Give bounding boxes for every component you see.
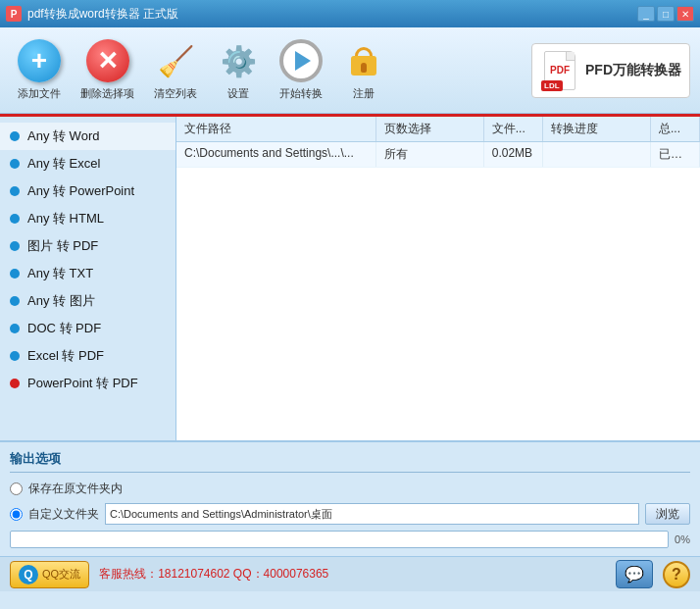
col-header-size: 文件...: [484, 117, 543, 141]
output-section: 输出选项 保存在原文件夹内 自定义文件夹 浏览 0%: [0, 440, 700, 556]
pdf-logo-area: PDF LDL PFD万能转换器: [531, 43, 690, 98]
col-header-progress: 转换进度: [543, 117, 651, 141]
table-header: 文件路径 页数选择 文件... 转换进度 总...: [176, 117, 700, 142]
sidebar-item-label: Any 转 HTML: [27, 210, 104, 228]
qq-icon: Q: [19, 565, 38, 584]
radio-custom[interactable]: [10, 508, 23, 521]
table-row[interactable]: C:\Documents and Settings\...\... 所有 0.0…: [176, 142, 700, 168]
radio-row-1: 保存在原文件夹内: [10, 481, 690, 497]
delete-circle-icon: ✕: [86, 39, 129, 82]
sidebar-item-img-pdf[interactable]: 图片 转 PDF: [0, 232, 175, 260]
output-options: 保存在原文件夹内 自定义文件夹 浏览: [10, 481, 690, 525]
progress-bar: [10, 531, 669, 548]
delete-label: 删除选择项: [80, 86, 134, 101]
sidebar-item-txt[interactable]: Any 转 TXT: [0, 260, 175, 287]
settings-label: 设置: [227, 86, 249, 101]
dot-icon: [10, 159, 20, 169]
start-button[interactable]: 开始转换: [272, 35, 330, 105]
settings-icon: ⚙️: [217, 39, 260, 82]
dot-icon: [10, 241, 20, 251]
register-label: 注册: [353, 86, 375, 101]
pdf-icon: PDF LDL: [540, 48, 579, 93]
lock-body: [351, 56, 376, 76]
dot-icon: [10, 351, 20, 361]
sidebar-item-ppt[interactable]: Any 转 PowerPoint: [0, 178, 175, 205]
bottom-bar: Q QQ交流 客服热线：18121074602 QQ：4000076365 💬 …: [0, 556, 700, 591]
radio-original-label[interactable]: 保存在原文件夹内: [28, 481, 123, 497]
broom-icon: 🧹: [154, 39, 197, 82]
sidebar-item-label: Any 转 TXT: [27, 265, 93, 282]
dot-icon: [10, 296, 20, 306]
progress-area: 0%: [10, 531, 690, 548]
sidebar-item-word[interactable]: Any 转 Word: [0, 123, 175, 150]
add-circle-icon: +: [18, 39, 61, 82]
radio-row-2: 自定义文件夹 浏览: [10, 503, 690, 525]
col-header-path: 文件路径: [176, 117, 376, 141]
sidebar-item-label: Any 转 Word: [27, 127, 99, 145]
clear-label: 清空列表: [154, 86, 197, 101]
output-title: 输出选项: [10, 450, 690, 473]
sidebar-item-label: 图片 转 PDF: [27, 237, 98, 255]
pdf-badge: LDL: [541, 80, 563, 91]
add-file-button[interactable]: + 添加文件: [10, 35, 69, 105]
settings-button[interactable]: ⚙️ 设置: [209, 35, 268, 105]
path-input[interactable]: [105, 503, 639, 525]
toolbar: + 添加文件 ✕ 删除选择项 🧹 清空列表 ⚙️ 设置 开始转换: [0, 27, 700, 114]
sidebar-item-label: Any 转 PowerPoint: [27, 182, 134, 200]
cell-total: 已加密: [651, 142, 700, 167]
help-button[interactable]: ?: [663, 561, 690, 588]
title-bar: P pdf转换成word转换器 正式版 _ □ ✕: [0, 0, 700, 27]
dot-icon: [10, 379, 20, 388]
sidebar-item-img[interactable]: Any 转 图片: [0, 287, 175, 315]
radio-custom-label[interactable]: 自定义文件夹: [28, 506, 99, 523]
dot-icon: [10, 214, 20, 224]
lock-keyhole: [361, 63, 367, 73]
cell-path: C:\Documents and Settings\...\...: [176, 142, 376, 167]
start-label: 开始转换: [279, 86, 323, 101]
lock-shape: [351, 47, 376, 76]
add-icon: +: [18, 39, 61, 82]
close-button[interactable]: ✕: [676, 6, 694, 22]
qq-button[interactable]: Q QQ交流: [10, 561, 89, 588]
sidebar-item-label: Excel 转 PDF: [27, 347, 104, 365]
progress-label: 0%: [675, 533, 690, 545]
radio-original[interactable]: [10, 482, 23, 495]
minimize-button[interactable]: _: [637, 6, 655, 22]
play-circle-icon: [279, 39, 323, 82]
app-icon: P: [6, 6, 22, 22]
file-area: 文件路径 页数选择 文件... 转换进度 总... C:\Documents a…: [176, 117, 700, 440]
sidebar-item-label: DOC 转 PDF: [27, 320, 101, 337]
path-row: 浏览: [105, 503, 690, 525]
maximize-button[interactable]: □: [657, 6, 675, 22]
clear-button[interactable]: 🧹 清空列表: [146, 35, 205, 105]
add-file-label: 添加文件: [18, 86, 61, 101]
sidebar-item-label: Any 转 图片: [27, 292, 95, 310]
main-area: Any 转 Word Any 转 Excel Any 转 PowerPoint …: [0, 117, 700, 440]
dot-icon: [10, 269, 20, 279]
sidebar-item-excel[interactable]: Any 转 Excel: [0, 150, 175, 178]
delete-icon: ✕: [86, 39, 129, 82]
sidebar-item-html[interactable]: Any 转 HTML: [0, 205, 175, 232]
browse-button[interactable]: 浏览: [645, 503, 690, 525]
play-triangle: [295, 51, 311, 71]
sidebar-item-ppt-pdf[interactable]: PowerPoint 转 PDF: [0, 370, 175, 397]
cell-pages: 所有: [376, 142, 484, 167]
play-icon: [279, 39, 323, 82]
hotline-text: 客服热线：18121074602 QQ：4000076365: [99, 566, 606, 583]
sidebar-item-excel-pdf[interactable]: Excel 转 PDF: [0, 342, 175, 370]
col-header-total: 总...: [651, 117, 700, 141]
cell-size: 0.02MB: [484, 142, 543, 167]
sidebar: Any 转 Word Any 转 Excel Any 转 PowerPoint …: [0, 117, 176, 440]
sidebar-item-label: Any 转 Excel: [27, 155, 100, 173]
help-icon: ?: [672, 566, 681, 584]
window-controls: _ □ ✕: [637, 6, 694, 22]
pdf-page: PDF LDL: [544, 51, 575, 90]
dot-icon: [10, 186, 20, 196]
col-header-pages: 页数选择: [376, 117, 484, 141]
delete-button[interactable]: ✕ 删除选择项: [73, 35, 142, 105]
register-button[interactable]: 注册: [334, 35, 393, 105]
sidebar-item-label: PowerPoint 转 PDF: [27, 375, 138, 392]
chat-button[interactable]: 💬: [616, 560, 653, 588]
sidebar-item-doc-pdf[interactable]: DOC 转 PDF: [0, 315, 175, 342]
window-title: pdf转换成word转换器 正式版: [27, 6, 637, 23]
